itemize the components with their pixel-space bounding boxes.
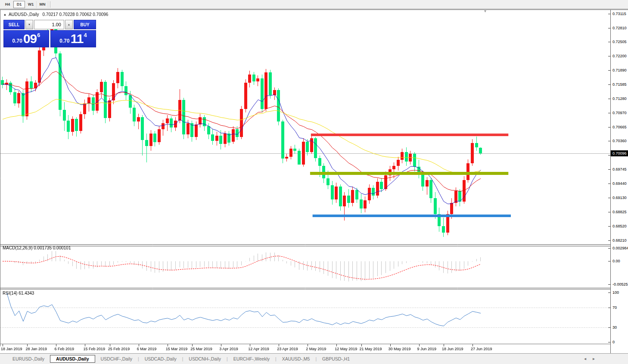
rsi-tick-label: 0 (612, 339, 615, 345)
price-chart-canvas[interactable] (0, 10, 610, 354)
ohlc-values: 0.70217 0.70228 0.70062 0.70096 (43, 12, 109, 17)
price-tick-label: 0.71890 (612, 68, 627, 73)
macd-tick-label: -0.00525 (612, 282, 628, 287)
tab-usdcnh-daily[interactable]: USDCNH-,Daily (183, 355, 227, 363)
date-tick-label: 15 Feb 2019 (83, 347, 105, 351)
timeframe-toolbar: H4D1W1MN (0, 0, 628, 9)
buy-price-panel[interactable]: 0.70 11 4 (50, 30, 96, 47)
price-axis: 0.70096 0.731150.728100.725050.722000.71… (610, 10, 628, 354)
date-tick-label: 15 Mar 2019 (166, 347, 188, 351)
current-price-marker: 0.70096 (611, 150, 628, 156)
date-tick-label: 6 Feb 2019 (54, 347, 74, 351)
date-tick-label: 18 Jan 2019 (1, 347, 22, 351)
tab-usdchf-daily[interactable]: USDCHF-,Daily (95, 355, 138, 363)
sell-price-prefix: 0.70 (12, 38, 22, 44)
date-tick-label: 9 Jun 2019 (417, 347, 437, 351)
price-tick-label: 0.72810 (612, 25, 627, 31)
date-tick-label: 23 Apr 2019 (277, 347, 298, 351)
price-tick-label: 0.70360 (612, 138, 627, 143)
date-tick-label: 30 May 2019 (389, 347, 411, 351)
volume-input[interactable] (34, 20, 64, 29)
chart-title: ▲ AUDUSD-,Daily 0.70217 0.70228 0.70062 … (3, 12, 108, 17)
price-tick-label: 0.73115 (612, 11, 626, 16)
rsi-tick-label: 70 (612, 305, 617, 310)
macd-tick-label: 0.002984 (612, 246, 628, 251)
price-tick-label: 0.68520 (612, 224, 627, 229)
toolbar-separator (50, 1, 50, 8)
date-tick-label: 27 Jun 2019 (471, 347, 492, 351)
tab-eurusd-daily[interactable]: EURUSD-,Daily (7, 355, 50, 363)
one-click-trade-panel: SELL ▼ ▲ BUY 0.70 09 6 0.70 11 4 (3, 20, 96, 47)
price-tick-label: 0.70970 (612, 110, 627, 115)
tab-gbpusd-h1[interactable]: GBPUSD-,H1 (317, 355, 355, 363)
date-tick-label: 28 Jan 2019 (25, 347, 47, 351)
timeframe-button-mn[interactable]: MN (37, 1, 48, 8)
date-tick-label: 25 Mar 2019 (190, 347, 212, 351)
chart-tabs-bar: ◂ ▸ EURUSD-,DailyAUDUSD-,DailyUSDCHF-,Da… (0, 353, 628, 364)
chart-window: ▲ AUDUSD-,Daily 0.70217 0.70228 0.70062 … (0, 9, 628, 353)
date-tick-label: 21 May 2019 (360, 347, 382, 351)
sell-price-pip: 6 (37, 32, 40, 38)
scroll-to-end-icon[interactable]: ▾ (484, 9, 486, 13)
buy-price-big: 11 (71, 31, 84, 47)
price-tick-label: 0.68825 (612, 209, 627, 215)
date-tick-label: 2 May 2019 (306, 347, 326, 351)
rsi-tick-label: 30 (612, 325, 617, 330)
mt4-window: H4D1W1MN ▲ AUDUSD-,Daily 0.70217 0.70228… (0, 0, 628, 364)
date-tick-label: 12 May 2019 (335, 347, 357, 351)
tabs-scroll-right-icon[interactable]: ▸ (593, 356, 595, 361)
timeframe-button-h4[interactable]: H4 (2, 1, 13, 8)
tab-audusd-daily[interactable]: AUDUSD-,Daily (50, 355, 95, 363)
tab-eurchf-weekly[interactable]: EURCHF-,Weekly (228, 355, 275, 363)
price-tick-label: 0.70665 (612, 124, 627, 130)
collapse-panel-icon[interactable]: ▲ (3, 13, 6, 16)
sell-price-big: 09 (23, 31, 37, 47)
buy-button[interactable]: BUY (74, 20, 96, 29)
macd-label: MACD(12,26,9) 0.001735 0.000101 (3, 246, 71, 250)
buy-price-pip: 4 (84, 32, 87, 38)
date-tick-label: 3 Apr 2019 (219, 347, 238, 351)
rsi-label: RSI(14) 61.4343 (3, 291, 34, 296)
symbol-name: AUDUSD-,Daily (9, 12, 39, 17)
volume-decrease-icon[interactable]: ▼ (25, 20, 33, 29)
price-tick-label: 0.72505 (612, 39, 627, 44)
price-tick-label: 0.72200 (612, 53, 627, 59)
price-tick-label: 0.71280 (612, 96, 627, 101)
timeframe-button-d1[interactable]: D1 (13, 1, 25, 8)
tab-xauusd-m5[interactable]: XAUUSD-,M5 (277, 355, 316, 363)
sell-price-panel[interactable]: 0.70 09 6 (3, 30, 49, 47)
price-tick-label: 0.68210 (612, 238, 627, 243)
date-tick-label: 6 Mar 2019 (137, 347, 157, 351)
timeframe-button-w1[interactable]: W1 (25, 1, 37, 8)
tabs-scroll-left-icon[interactable]: ◂ (584, 356, 586, 361)
sell-button[interactable]: SELL (3, 20, 25, 29)
date-tick-label: 25 Feb 2019 (108, 347, 130, 351)
volume-increase-icon[interactable]: ▲ (65, 20, 73, 29)
price-tick-label: 0.71585 (612, 82, 627, 87)
price-tick-label: 0.69440 (612, 181, 627, 186)
date-tick-label: 18 Jun 2019 (442, 347, 463, 351)
date-tick-label: 12 Apr 2019 (248, 347, 269, 351)
macd-tick-label: 0.00 (612, 258, 620, 264)
tab-usdcad-daily[interactable]: USDCAD-,Daily (139, 355, 182, 363)
price-tick-label: 0.69130 (612, 195, 627, 200)
rsi-tick-label: 100 (612, 290, 619, 295)
price-tick-label: 0.69745 (612, 167, 627, 172)
buy-price-prefix: 0.70 (59, 38, 69, 44)
